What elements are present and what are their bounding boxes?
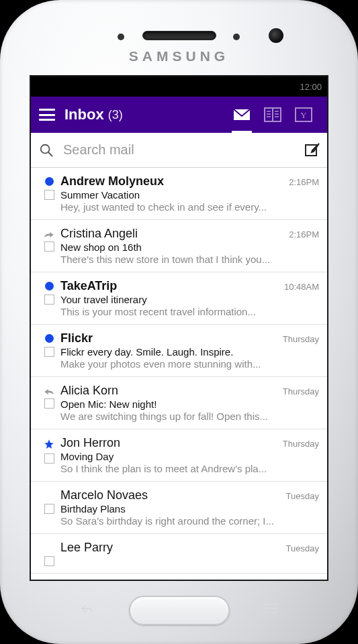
- mail-preview: Hey, just wanted to check in and see if …: [60, 201, 319, 213]
- svg-point-13: [41, 144, 50, 153]
- capacitive-back-button[interactable]: [81, 604, 93, 613]
- search-bar[interactable]: Search mail: [31, 133, 327, 168]
- mail-sender: Andrew Molyneux: [60, 174, 164, 189]
- mail-subject: Your travel itinerary: [60, 294, 319, 305]
- search-icon: [39, 143, 54, 158]
- mail-sender: Alicia Korn: [60, 384, 118, 398]
- folder-title: Inbox: [64, 106, 104, 123]
- select-checkbox[interactable]: [44, 453, 54, 464]
- folder-count: (3): [108, 108, 123, 122]
- mail-time: 2:16PM: [289, 229, 319, 239]
- mail-subject: Summer Vacation: [60, 189, 319, 201]
- phone-sensor: [118, 34, 124, 40]
- mail-preview: There's this new store in town that I th…: [60, 254, 319, 265]
- select-checkbox[interactable]: [44, 294, 54, 305]
- mail-item[interactable]: Alicia KornThursdayOpen Mic: New night!W…: [31, 377, 327, 429]
- mail-item[interactable]: Jon HerronThursdayMoving DaySo I think t…: [31, 429, 327, 482]
- mail-preview: This is your most recent travel informat…: [60, 306, 319, 317]
- mail-item[interactable]: TakeATrip10:48AMYour travel itineraryThi…: [31, 272, 327, 325]
- mail-time: 10:48AM: [284, 282, 319, 292]
- mail-preview: We are switching things up for fall! Ope…: [60, 411, 319, 422]
- star-icon: [44, 439, 54, 449]
- select-checkbox[interactable]: [44, 347, 54, 357]
- status-time: 12:00: [300, 82, 322, 92]
- unread-dot-icon: [45, 334, 54, 343]
- mail-subject: Open Mic: New night!: [60, 398, 319, 410]
- mail-list[interactable]: Andrew Molyneux2:16PMSummer VacationHey,…: [31, 168, 327, 580]
- mail-time: Tuesday: [286, 491, 319, 501]
- mail-preview: So Sara's birthday is right around the c…: [60, 515, 319, 527]
- mail-item[interactable]: Andrew Molyneux2:16PMSummer VacationHey,…: [31, 168, 327, 220]
- mail-item[interactable]: Cristina Angeli2:16PMNew shop on 16thThe…: [31, 220, 327, 272]
- mail-time: Thursday: [283, 386, 319, 396]
- select-checkbox[interactable]: [44, 398, 54, 409]
- screen: 12:00 Inbox (3) Y Search mail: [30, 75, 328, 581]
- select-checkbox[interactable]: [44, 504, 54, 514]
- tab-news[interactable]: [257, 97, 288, 133]
- tab-mail[interactable]: [226, 97, 257, 133]
- tab-yahoo[interactable]: Y: [288, 97, 319, 133]
- phone-frame: SAMSUNG 12:00 Inbox (3): [0, 0, 358, 644]
- mail-subject: New shop on 16th: [60, 241, 319, 253]
- forward-icon: [44, 229, 54, 237]
- svg-text:Y: Y: [300, 110, 307, 120]
- phone-brand: SAMSUNG: [129, 48, 229, 64]
- svg-line-14: [48, 152, 52, 156]
- compose-button[interactable]: [304, 142, 320, 158]
- mail-subject: Flickr every day. Smile. Laugh. Inspire.: [60, 346, 319, 358]
- mail-item[interactable]: Lee ParryTuesday: [31, 534, 327, 574]
- mail-item[interactable]: Marcelo NovaesTuesdayBirthday PlansSo Sa…: [31, 482, 327, 534]
- mail-sender: Jon Herron: [60, 436, 120, 450]
- mail-time: Thursday: [283, 439, 319, 449]
- menu-icon[interactable]: [39, 109, 55, 121]
- select-checkbox[interactable]: [44, 190, 54, 200]
- select-checkbox[interactable]: [44, 241, 54, 252]
- search-placeholder: Search mail: [63, 142, 304, 158]
- unread-dot-icon: [45, 282, 54, 290]
- reply-icon: [44, 386, 54, 394]
- phone-sensor: [233, 34, 240, 40]
- mail-sender: TakeATrip: [60, 279, 117, 293]
- unread-dot-icon: [45, 177, 54, 186]
- mail-sender: Marcelo Novaes: [60, 488, 148, 502]
- mail-subject: Birthday Plans: [60, 503, 319, 515]
- capacitive-menu-button[interactable]: [264, 604, 277, 613]
- mail-time: Tuesday: [286, 543, 319, 553]
- mail-time: Thursday: [283, 334, 319, 344]
- mail-sender: Lee Parry: [60, 541, 113, 555]
- mail-preview: Make your photos even more stunning with…: [60, 358, 319, 370]
- mail-item[interactable]: FlickrThursdayFlickr every day. Smile. L…: [31, 325, 327, 377]
- mail-time: 2:16PM: [289, 177, 319, 187]
- status-bar: 12:00: [31, 76, 327, 97]
- mail-sender: Cristina Angeli: [60, 227, 138, 241]
- mail-preview: So I think the plan is to meet at Andrew…: [60, 463, 319, 474]
- select-checkbox[interactable]: [44, 556, 54, 566]
- phone-front-camera: [269, 28, 283, 43]
- mail-sender: Flickr: [60, 331, 93, 345]
- home-button[interactable]: [129, 596, 230, 625]
- app-header: Inbox (3) Y: [31, 97, 327, 133]
- mail-subject: Moving Day: [60, 451, 319, 462]
- phone-speaker: [142, 31, 216, 40]
